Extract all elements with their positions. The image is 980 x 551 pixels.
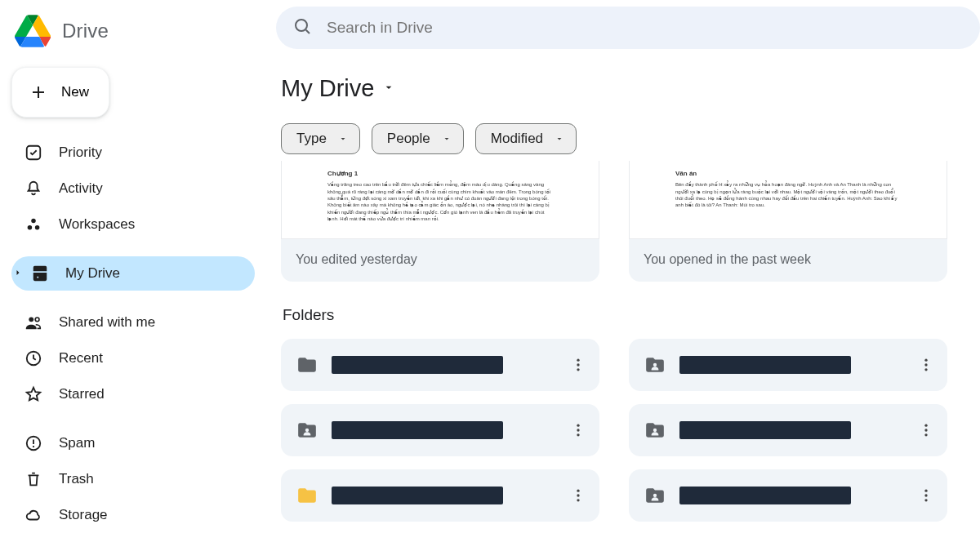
svg-point-27 <box>924 433 927 436</box>
svg-point-12 <box>577 368 579 371</box>
chevron-down-icon <box>442 134 452 144</box>
nav-my-drive[interactable]: My Drive <box>11 256 255 291</box>
nav-recent[interactable]: Recent <box>11 341 255 375</box>
nav-label: Recent <box>59 350 103 367</box>
folder-name-redacted <box>679 421 851 439</box>
nav-activity[interactable]: Activity <box>11 171 255 206</box>
folder-name-redacted <box>332 421 503 439</box>
nav-label: Starred <box>59 386 105 402</box>
doc-preview: Chương 1 Vầng trăng treo cao trên bầu tr… <box>281 161 599 239</box>
suggested-status: You edited yesterday <box>281 239 599 282</box>
brand-name: Drive <box>62 20 109 42</box>
folder-name-redacted <box>679 487 851 504</box>
preview-title: Chương 1 <box>327 169 553 178</box>
svg-point-23 <box>924 368 927 371</box>
chevron-down-icon <box>555 134 564 144</box>
svg-point-2 <box>28 225 33 230</box>
more-vert-icon <box>918 422 934 438</box>
bell-icon <box>23 178 44 199</box>
svg-point-13 <box>305 429 309 432</box>
svg-point-18 <box>577 494 579 496</box>
brand-row: Drive <box>11 8 255 62</box>
suggested-card[interactable]: Văn án Bên đầy thành phố H xảy ra những … <box>629 161 947 282</box>
star-icon <box>23 384 44 405</box>
folder-card[interactable] <box>629 469 947 522</box>
new-button[interactable]: New <box>11 67 109 118</box>
folder-name-redacted <box>332 487 503 504</box>
filter-modified[interactable]: Modified <box>475 123 577 154</box>
filter-people[interactable]: People <box>372 123 464 154</box>
more-vert-icon <box>570 422 586 438</box>
suggested-card[interactable]: Chương 1 Vầng trăng treo cao trên bầu tr… <box>281 161 599 282</box>
clock-icon <box>23 348 44 369</box>
search-bar[interactable] <box>276 7 980 49</box>
search-input[interactable] <box>327 19 964 37</box>
sidebar: Drive New Priority Activity <box>0 0 261 551</box>
folder-name-redacted <box>332 356 503 374</box>
nav-label: Spam <box>59 435 95 451</box>
doc-preview: Văn án Bên đầy thành phố H xảy ra những … <box>629 161 947 239</box>
nav-trash[interactable]: Trash <box>11 462 255 496</box>
preview-body: Vầng trăng treo cao trên bầu trời đêm tự… <box>327 181 553 222</box>
nav-storage[interactable]: Storage <box>11 498 255 532</box>
svg-point-4 <box>29 317 33 322</box>
chip-label: People <box>387 131 430 147</box>
folder-more-button[interactable] <box>911 481 941 510</box>
folder-more-button[interactable] <box>564 350 593 380</box>
svg-point-28 <box>653 494 657 497</box>
nav-label: Trash <box>59 471 94 487</box>
filter-type[interactable]: Type <box>281 123 360 154</box>
folder-shared-icon <box>644 353 666 376</box>
svg-point-3 <box>35 225 40 230</box>
folder-card[interactable] <box>281 469 599 522</box>
breadcrumb[interactable]: My Drive <box>281 75 980 102</box>
folder-shared-icon <box>644 484 666 507</box>
svg-point-8 <box>33 446 34 447</box>
cloud-icon <box>23 504 44 526</box>
folder-more-button[interactable] <box>564 481 593 510</box>
folder-card[interactable] <box>281 404 599 456</box>
spam-icon <box>23 433 44 454</box>
drive-icon <box>29 263 51 284</box>
folder-shared-icon <box>296 419 318 442</box>
nav-workspaces[interactable]: Workspaces <box>11 207 255 242</box>
svg-point-10 <box>577 359 579 362</box>
folder-more-button[interactable] <box>911 350 941 380</box>
chip-label: Modified <box>491 131 543 147</box>
people-icon <box>23 312 44 333</box>
workspaces-icon <box>23 214 44 235</box>
plus-icon <box>29 82 48 102</box>
nav-spam[interactable]: Spam <box>11 426 255 460</box>
more-vert-icon <box>570 357 586 373</box>
svg-point-29 <box>924 490 927 492</box>
nav-priority[interactable]: Priority <box>11 136 255 170</box>
more-vert-icon <box>918 487 934 504</box>
nav-shared[interactable]: Shared with me <box>11 305 255 340</box>
nav-label: My Drive <box>65 265 120 282</box>
nav-label: Activity <box>59 180 103 197</box>
svg-point-22 <box>924 363 927 366</box>
svg-point-21 <box>924 359 927 362</box>
svg-point-15 <box>577 429 579 431</box>
suggested-status: You opened in the past week <box>629 239 947 282</box>
folder-card[interactable] <box>281 339 599 391</box>
folder-card[interactable] <box>629 404 947 456</box>
folders-section-title: Folders <box>283 306 980 324</box>
svg-point-16 <box>577 433 579 436</box>
svg-point-20 <box>653 363 657 367</box>
drive-logo-icon <box>15 15 51 47</box>
svg-point-9 <box>296 20 307 31</box>
main-area: My Drive Type People Modified <box>261 0 980 551</box>
folder-more-button[interactable] <box>911 415 941 445</box>
priority-icon <box>23 142 44 163</box>
svg-point-5 <box>35 318 39 322</box>
preview-title: Văn án <box>675 169 901 178</box>
folder-card[interactable] <box>629 339 947 391</box>
svg-point-30 <box>924 494 927 496</box>
trash-icon <box>23 469 44 490</box>
folder-more-button[interactable] <box>564 415 593 445</box>
nav-starred[interactable]: Starred <box>11 377 255 411</box>
more-vert-icon <box>918 357 934 373</box>
nav-label: Workspaces <box>59 216 135 233</box>
svg-point-19 <box>577 499 579 501</box>
